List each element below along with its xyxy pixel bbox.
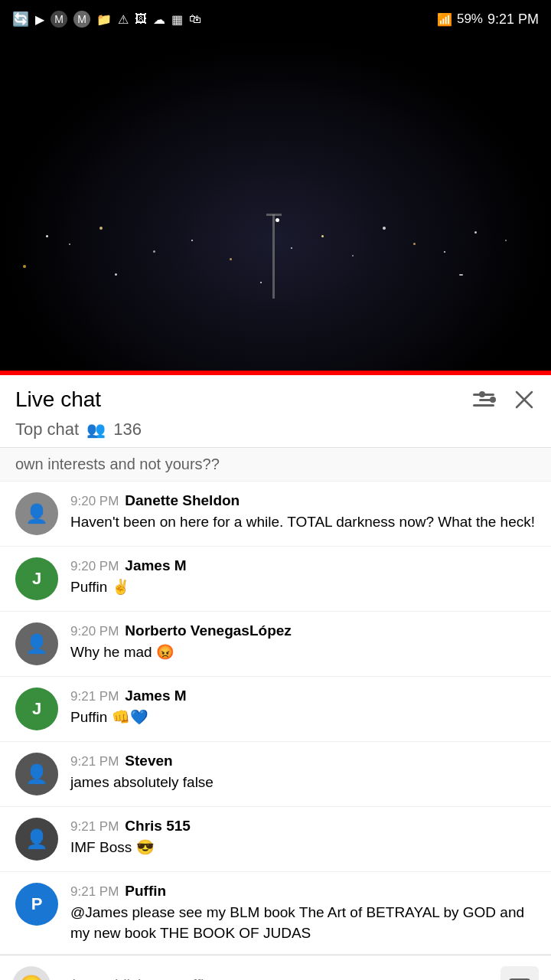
city-lights: [0, 207, 551, 299]
viewers-icon: 👥: [86, 420, 106, 439]
chat-message: 👤 9:20 PM Danette Sheldon Haven't been o…: [0, 482, 551, 547]
grid-icon: ▦: [171, 12, 183, 27]
message-meta: 9:20 PM Norberto VenegasLópez: [70, 622, 536, 639]
chat-input[interactable]: [61, 977, 490, 980]
message-text: Why he mad 😡: [70, 644, 174, 660]
avatar: 👤: [15, 492, 58, 535]
chat-message: 👤 9:20 PM Norberto VenegasLópez Why he m…: [0, 612, 551, 677]
chat-input-bar: 😊 $: [0, 955, 551, 980]
message-author: Puffin: [125, 883, 166, 900]
bag-icon: 🛍: [189, 12, 201, 26]
avatar: P: [15, 883, 58, 926]
top-chat-label: Top chat: [15, 420, 79, 439]
status-icons-left: 🔄 ▶ M M 📁 ⚠ 🖼 ☁ ▦ 🛍: [12, 11, 201, 28]
viewer-count: 136: [113, 420, 142, 439]
chat-message: J 9:20 PM James M Puffin ✌️: [0, 547, 551, 612]
avatar: J: [15, 688, 58, 730]
close-button[interactable]: [513, 388, 536, 411]
youtube-icon: ▶: [35, 12, 44, 27]
message-body: 9:20 PM Danette Sheldon Haven't been on …: [70, 492, 536, 533]
message-time: 9:21 PM: [70, 754, 119, 769]
message-text: Puffin 👊💙: [70, 709, 148, 725]
battery-text: 59%: [457, 11, 483, 27]
status-bar: 🔄 ▶ M M 📁 ⚠ 🖼 ☁ ▦ 🛍 📶 59% 9:21 PM: [0, 0, 551, 38]
message-meta: 9:21 PM Steven: [70, 753, 536, 769]
cut-message-text: own interests and not yours??: [15, 456, 220, 472]
message-time: 9:21 PM: [70, 884, 119, 900]
message-author: Norberto VenegasLópez: [125, 622, 292, 639]
message-author: Steven: [125, 753, 172, 769]
message-text: Haven't been on here for a while. TOTAL …: [70, 514, 535, 530]
message-body: 9:20 PM Norberto VenegasLópez Why he mad…: [70, 622, 536, 663]
filter-button[interactable]: [473, 394, 494, 407]
video-player[interactable]: [0, 38, 551, 375]
message-meta: 9:21 PM James M: [70, 688, 536, 704]
status-icons-right: 📶 59% 9:21 PM: [437, 11, 539, 28]
message-body: 9:21 PM James M Puffin 👊💙: [70, 688, 536, 728]
message-author: James M: [125, 688, 186, 704]
emoji-button[interactable]: 😊: [12, 966, 51, 980]
chat-sub-header: Top chat 👥 136: [0, 416, 551, 448]
message-meta: 9:21 PM Chris 515: [70, 818, 536, 835]
super-chat-icon: $: [507, 973, 532, 980]
message-body: 9:20 PM James M Puffin ✌️: [70, 557, 536, 598]
folder-icon: 📁: [96, 12, 112, 27]
filter-icon: [473, 394, 494, 407]
super-chat-button[interactable]: $: [500, 966, 539, 980]
lamp-arm: [266, 214, 282, 216]
avatar: 👤: [15, 818, 58, 861]
header-icons: [473, 388, 536, 411]
message-author: Danette Sheldon: [125, 492, 240, 509]
chat-message: 👤 9:21 PM Chris 515 IMF Boss 😎: [0, 807, 551, 872]
sync-icon: 🔄: [12, 11, 29, 28]
time-display: 9:21 PM: [487, 11, 539, 28]
message-author: Chris 515: [125, 818, 191, 835]
message-meta: 9:21 PM Puffin: [70, 883, 536, 900]
cloud-icon: ☁: [153, 12, 165, 27]
message-body: 9:21 PM Chris 515 IMF Boss 😎: [70, 818, 536, 858]
wifi-icon: 📶: [437, 12, 452, 27]
message-text: IMF Boss 😎: [70, 839, 155, 855]
warning-icon: ⚠: [118, 12, 129, 27]
chat-message: 👤 9:21 PM Steven james absolutely false: [0, 742, 551, 807]
message-time: 9:21 PM: [70, 819, 119, 835]
message-time: 9:20 PM: [70, 494, 119, 509]
chat-messages[interactable]: 👤 9:20 PM Danette Sheldon Haven't been o…: [0, 482, 551, 955]
message-author: James M: [125, 557, 186, 574]
message-text: Puffin ✌️: [70, 579, 130, 595]
message-text: @James please see my BLM book The Art of…: [70, 904, 524, 941]
message-meta: 9:20 PM James M: [70, 557, 536, 574]
message-body: 9:21 PM Puffin @James please see my BLM …: [70, 883, 536, 943]
avatar: 👤: [15, 753, 58, 795]
close-icon: [513, 388, 536, 411]
live-chat-container: Live chat Top chat 👥 136: [0, 375, 551, 980]
message-time: 9:20 PM: [70, 559, 119, 574]
m2-icon: M: [73, 11, 90, 28]
lamp-post: [272, 214, 275, 299]
m-icon: M: [51, 11, 67, 28]
red-progress-bar: [0, 371, 551, 375]
avatar: 👤: [15, 622, 58, 665]
message-time: 9:21 PM: [70, 689, 119, 704]
message-meta: 9:20 PM Danette Sheldon: [70, 492, 536, 509]
message-time: 9:20 PM: [70, 624, 119, 639]
chat-message: P 9:21 PM Puffin @James please see my BL…: [0, 872, 551, 955]
chat-message: J 9:21 PM James M Puffin 👊💙: [0, 677, 551, 742]
cut-message: own interests and not yours??: [0, 448, 551, 482]
avatar: J: [15, 557, 58, 600]
image-icon: 🖼: [135, 12, 147, 26]
emoji-icon: 😊: [19, 974, 44, 980]
live-chat-title: Live chat: [15, 387, 101, 412]
live-chat-header: Live chat: [0, 375, 551, 416]
message-text: james absolutely false: [70, 774, 214, 790]
message-body: 9:21 PM Steven james absolutely false: [70, 753, 536, 793]
